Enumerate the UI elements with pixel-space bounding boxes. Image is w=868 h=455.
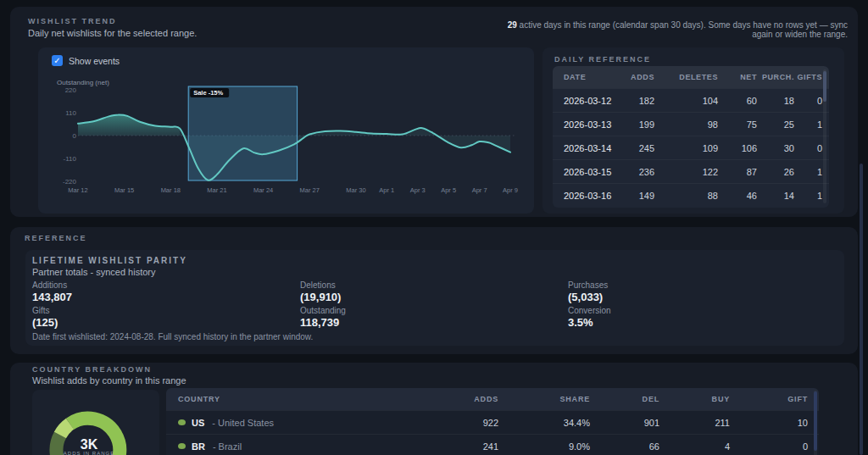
cell-date: 2026-03-13 — [564, 119, 623, 130]
checkbox-check-icon[interactable]: ✓ — [52, 55, 63, 66]
cell-adds: 182 — [623, 96, 654, 106]
card-subtitle: Daily net wishlists for the selected ran… — [28, 28, 197, 38]
wishlist-trend-card: WISHLIST TREND Daily net wishlists for t… — [10, 7, 858, 217]
cell-deletes: 88 — [654, 191, 718, 201]
cell-adds: 236 — [623, 167, 654, 177]
parity-title: LIFETIME WISHLIST PARITY — [32, 256, 187, 265]
donut-total: 3K — [32, 439, 146, 451]
country-table-scrollbar[interactable] — [814, 391, 817, 455]
daily-table-scrollbar[interactable] — [823, 69, 826, 203]
donut-caption: ADDS IN RANGE — [32, 451, 146, 455]
stat-label: Deletions — [300, 280, 568, 290]
country-code: US — [192, 418, 206, 428]
stat-outstanding: Outstanding 118,739 — [300, 306, 568, 331]
stat-deletions: Deletions (19,910) — [300, 280, 568, 306]
sale-badge-label: Sale -15% — [193, 89, 223, 97]
stat-additions: Additions 143,807 — [32, 280, 300, 306]
column-header: ADDS — [375, 395, 500, 403]
page-scrollbar-thumb[interactable] — [860, 164, 863, 455]
donut-center-label: 3K ADDS IN RANGE — [32, 439, 146, 455]
reference-section-label: REFERENCE — [25, 234, 87, 242]
country-table-row[interactable]: BR - Brazil 241 9.0% 66 4 0 — [166, 434, 819, 455]
cell-deletes: 109 — [654, 143, 718, 153]
column-header: ADDS — [623, 73, 654, 81]
parity-footnote: Date first wishlisted: 2024-08-28. Full … — [32, 332, 313, 341]
range-note: 29 active days in this range (calendar s… — [492, 20, 848, 39]
svg-text:Apr 9: Apr 9 — [503, 186, 518, 194]
reference-card: REFERENCE LIFETIME WISHLIST PARITY Partn… — [10, 227, 858, 354]
cell-country: US - United States — [178, 418, 375, 428]
cell-adds: 245 — [623, 143, 654, 153]
daily-table-row[interactable]: 2026-03-1218210460180 — [553, 88, 829, 112]
show-events-checkbox[interactable]: ✓ Show events — [52, 55, 120, 66]
card-title: WISHLIST TREND — [28, 17, 117, 25]
stat-value: 3.5% — [568, 316, 837, 329]
cell-date: 2026-03-12 — [564, 96, 623, 106]
x-axis-ticks: Mar 12Mar 15Mar 18Mar 21Mar 24Mar 27Mar … — [68, 186, 518, 194]
country-breakdown-card: COUNTRY BREAKDOWN Wishlist adds by count… — [10, 363, 858, 455]
cell-gifts: 1 — [794, 119, 822, 130]
country-name: - Brazil — [213, 441, 243, 452]
y-axis-ticks: 2201100-110-220 — [63, 86, 77, 186]
table-header-row: DATEADDSDELETESNETPURCH.GIFTS — [553, 66, 829, 88]
trend-line-chart: Outstanding (net) 2201100-110-220 Sale -… — [38, 71, 534, 214]
cell-share: 34.4% — [500, 418, 592, 428]
country-name: - United States — [212, 418, 275, 428]
cell-deletes: 98 — [654, 119, 718, 130]
stat-value: (19,910) — [300, 291, 568, 303]
cell-gifts: 0 — [794, 143, 822, 153]
stat-label: Outstanding — [300, 306, 568, 315]
cell-net: 60 — [718, 96, 757, 106]
column-header: GIFTS — [794, 73, 822, 81]
cell-adds: 199 — [623, 119, 654, 130]
daily-table-row[interactable]: 2026-03-161498846141 — [553, 183, 829, 207]
stat-gifts: Gifts (125) — [32, 306, 300, 331]
sale-event-region[interactable] — [188, 86, 297, 180]
svg-text:Mar 15: Mar 15 — [114, 186, 134, 194]
cell-share: 9.0% — [500, 441, 592, 452]
svg-text:0: 0 — [73, 132, 77, 140]
cell-adds: 149 — [623, 191, 654, 201]
cell-buy: 211 — [661, 418, 732, 428]
daily-scrollbar-thumb[interactable] — [823, 71, 826, 102]
country-dot-icon — [178, 419, 186, 425]
cell-gift: 0 — [732, 441, 810, 452]
column-header: GIFT — [732, 395, 810, 403]
daily-table-row[interactable]: 2026-03-131999875251 — [553, 112, 829, 136]
cell-net: 87 — [718, 167, 757, 177]
cell-date: 2026-03-14 — [564, 143, 623, 153]
svg-text:Apr 7: Apr 7 — [472, 186, 487, 194]
svg-text:Mar 24: Mar 24 — [253, 186, 273, 194]
country-donut-panel: 3K ADDS IN RANGE — [32, 390, 159, 455]
trend-area-gradient — [78, 114, 180, 136]
table-header-row: COUNTRYADDSSHAREDELBUYGIFT — [166, 388, 819, 410]
cell-buy: 4 — [661, 441, 732, 452]
daily-table-row[interactable]: 2026-03-14245109106300 — [553, 136, 829, 159]
daily-table-row[interactable]: 2026-03-1523612287261 — [553, 159, 829, 183]
cell-country: BR - Brazil — [178, 441, 375, 452]
stat-conversion: Conversion 3.5% — [568, 306, 837, 331]
donut-slice-light-green[interactable] — [60, 424, 70, 435]
parity-subtitle: Partner totals - synced history — [32, 267, 156, 277]
stat-value: (125) — [32, 316, 300, 329]
column-header: NET — [718, 73, 757, 81]
lifetime-parity-panel: LIFETIME WISHLIST PARITY Partner totals … — [25, 250, 844, 346]
country-scrollbar-thumb[interactable] — [814, 391, 817, 451]
cell-gifts: 1 — [794, 167, 822, 177]
show-events-label: Show events — [69, 56, 120, 66]
daily-reference-title: DAILY REFERENCE — [554, 55, 651, 64]
country-title: COUNTRY BREAKDOWN — [32, 365, 152, 374]
cell-gifts: 1 — [794, 191, 822, 201]
svg-text:-220: -220 — [63, 178, 77, 186]
active-days-count: 29 — [508, 20, 517, 30]
column-header: DELETES — [654, 73, 718, 81]
cell-date: 2026-03-16 — [564, 191, 623, 201]
cell-net: 75 — [718, 119, 757, 130]
stat-label: Additions — [32, 280, 300, 290]
cell-net: 106 — [718, 143, 757, 153]
cell-gift: 10 — [732, 418, 810, 428]
country-table-row[interactable]: US - United States 922 34.4% 901 211 10 — [166, 410, 819, 434]
country-subtitle: Wishlist adds by country in this range — [32, 375, 186, 386]
svg-text:Mar 18: Mar 18 — [161, 186, 181, 194]
svg-text:-110: -110 — [64, 155, 77, 163]
